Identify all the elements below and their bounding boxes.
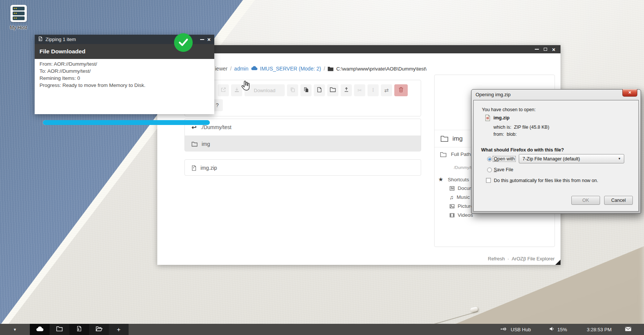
zipping-body: From: AOR://Dummy/test/ To: AOR://Dummy/… <box>35 59 214 114</box>
folder-icon <box>328 66 334 71</box>
server-icon <box>10 5 27 22</box>
cloud-icon <box>251 66 258 72</box>
resize-handle[interactable] <box>555 260 561 265</box>
breadcrumb-server-link[interactable]: IMUS_SERVER (Mode: 2) <box>260 66 321 72</box>
speaker-icon <box>549 326 554 332</box>
delete-button[interactable] <box>394 84 408 96</box>
shortcut-videos[interactable]: Videos <box>449 212 473 218</box>
zipping-window: Zipping 1 item × File Downloaded From: A… <box>35 35 214 114</box>
swap-button[interactable]: ⇄ <box>381 84 392 96</box>
zip-file-icon <box>192 165 196 171</box>
folder-icon <box>440 152 446 157</box>
desktop-icon-label: My Host <box>4 25 34 30</box>
minimize-icon[interactable] <box>200 39 204 40</box>
folder-icon <box>192 141 198 147</box>
open-external-button[interactable] <box>218 84 229 96</box>
scissors-icon: ✂ <box>357 88 362 93</box>
zip-progress-line: Progress: Ready to move from Memory to D… <box>40 82 145 89</box>
save-file-label[interactable]: Save File <box>494 167 513 172</box>
do-automatically-checkbox[interactable] <box>486 178 491 183</box>
messages-button[interactable] <box>625 327 631 332</box>
list-item-folder-selected[interactable]: img <box>185 135 421 151</box>
documents-icon <box>449 186 455 191</box>
usb-icon <box>501 327 508 332</box>
refresh-link[interactable]: Refresh <box>488 256 505 262</box>
taskbar-add-button[interactable]: + <box>109 324 129 335</box>
zip-file-icon <box>38 36 42 43</box>
pictures-icon <box>449 204 455 209</box>
clone-icon <box>290 87 296 94</box>
taskbar-app-folder[interactable] <box>50 324 69 335</box>
ok-button[interactable]: OK <box>571 196 600 205</box>
taskbar-menu-button[interactable]: ▼ <box>0 324 30 335</box>
plus-icon: + <box>117 326 121 333</box>
close-icon[interactable]: × <box>552 47 555 52</box>
file-list-card: ↩ ./Dummy/test img <box>184 119 421 151</box>
taskbar-app-zip[interactable] <box>69 324 89 335</box>
dialog-intro: You have chosen to open: <box>482 107 536 112</box>
taskbar-app-open-folder[interactable] <box>89 324 109 335</box>
close-icon[interactable]: × <box>622 89 637 97</box>
open-with-radio[interactable] <box>487 157 492 162</box>
close-icon[interactable]: × <box>207 37 211 42</box>
paste-icon <box>303 87 309 94</box>
shortcut-music[interactable]: ♫ Music <box>449 194 470 200</box>
open-with-select[interactable]: 7-Zip File Manager (default) ▼ <box>519 154 624 163</box>
new-folder-icon <box>330 87 336 94</box>
dialog-type-line: which is: ZIP file (45.8 KB) <box>493 125 549 130</box>
open-with-selected-value: 7-Zip File Manager (default) <box>523 156 580 162</box>
zip-to-line: To: AOR://Dummy/test/ <box>40 68 145 75</box>
explorer-titlebar[interactable]: × <box>157 45 561 53</box>
new-folder-button[interactable] <box>327 84 338 96</box>
progress-bar <box>43 120 210 125</box>
volume-status[interactable]: 15% <box>549 326 567 332</box>
external-link-icon <box>221 87 226 94</box>
dialog-body: You have chosen to open: img.zip which i… <box>473 100 639 212</box>
star-icon: ★ <box>438 176 443 183</box>
open-with-label[interactable]: Open with <box>493 156 515 162</box>
list-item-zip-file[interactable]: img.zip <box>185 160 421 176</box>
mouse-cursor-hand <box>241 81 251 94</box>
cancel-button[interactable]: Cancel <box>604 196 633 205</box>
breadcrumb-prefix: iewer <box>215 66 227 72</box>
paste-button[interactable] <box>300 84 312 96</box>
clone-button[interactable] <box>287 84 298 96</box>
breadcrumb: iewer / admin IMUS_SERVER (Mode: 2) / C:… <box>215 65 427 72</box>
chevron-down-icon: ▼ <box>618 157 621 160</box>
dialog-filename: img.zip <box>493 115 509 120</box>
breadcrumb-path: C:\wamp\www\private\AOB\Dummy\test\ <box>336 66 426 72</box>
upload-button[interactable] <box>341 84 352 96</box>
cut-button[interactable]: ✂ <box>354 84 365 96</box>
list-item-parent-dir[interactable]: ↩ ./Dummy/test <box>185 119 421 135</box>
rename-button[interactable]: I <box>367 84 379 96</box>
download-icon <box>234 87 240 94</box>
taskbar: ▼ + <box>0 324 644 335</box>
text-cursor-icon: I <box>372 88 374 93</box>
folder-icon <box>441 135 448 142</box>
progress-bar-fill <box>43 120 210 125</box>
dialog-title: Opening img.zip <box>476 92 511 97</box>
minimize-icon[interactable] <box>535 49 539 50</box>
open-folder-icon <box>96 326 102 333</box>
zip-file-icon <box>77 326 82 333</box>
new-file-button[interactable] <box>314 84 325 96</box>
clock[interactable]: 3:28:53 PM <box>587 327 612 332</box>
maximize-icon[interactable] <box>544 48 547 51</box>
usb-status[interactable]: USB Hub <box>501 327 531 332</box>
list-item-label: ./Dummy/test <box>201 124 231 130</box>
taskbar-app-cloud[interactable] <box>30 324 50 335</box>
new-file-icon <box>317 87 322 94</box>
zip-remaining-line: Remining Items: 0 <box>40 75 145 82</box>
save-file-radio[interactable] <box>487 168 492 172</box>
zip-file-icon <box>484 115 491 121</box>
desktop-icon-my-host[interactable]: My Host <box>4 5 34 30</box>
firefox-open-dialog: Opening img.zip × You have chosen to ope… <box>471 89 641 214</box>
swap-arrows-icon: ⇄ <box>384 88 389 93</box>
chevron-down-icon: ▼ <box>13 328 17 332</box>
desktop-screen: My Host × iewer / admin IMUS_SERVER (Mod… <box>0 0 644 335</box>
do-automatically-label[interactable]: Do this automatically for files like thi… <box>494 178 598 183</box>
music-note-icon: ♫ <box>449 194 454 200</box>
dialog-type-value: ZIP file (45.8 KB) <box>514 125 549 130</box>
breadcrumb-user-link[interactable]: admin <box>234 66 248 72</box>
preview-title: img <box>452 135 463 143</box>
